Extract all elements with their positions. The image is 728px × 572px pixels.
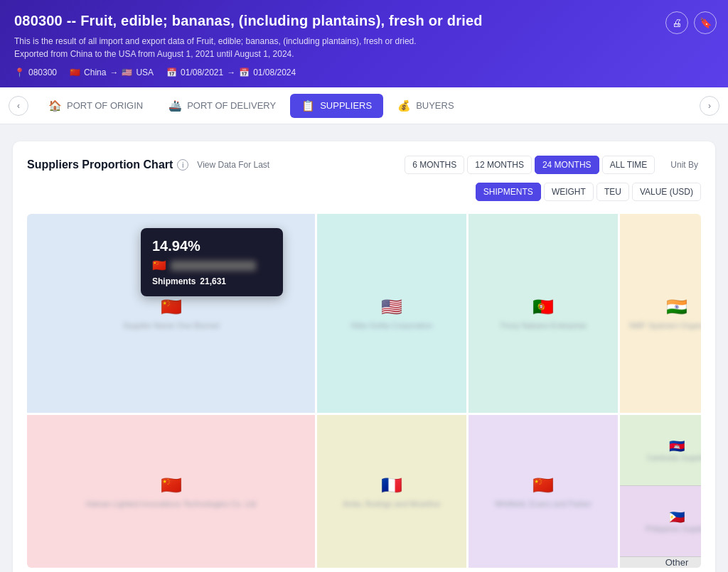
cell-6-name: Anita, Rodrigo and Mcarthur: [343, 500, 441, 508]
header-actions: 🖨 🔖: [665, 11, 717, 34]
meta-code: 📍 080300: [14, 68, 57, 77]
print-button[interactable]: 🖨: [665, 11, 688, 34]
treemap-cell-8-top[interactable]: 🇰🇭 Cambodia Supplier: [620, 415, 701, 486]
treemap-cell-9[interactable]: 🇵🇭 Philippines Supplier: [620, 486, 701, 557]
tooltip-flag: 🇨🇳: [152, 259, 166, 272]
filter-alltime-button[interactable]: ALL TIME: [602, 156, 655, 174]
meta-route: 🇨🇳 China → 🇺🇸 USA: [70, 68, 154, 77]
location-icon: 📍: [14, 68, 25, 77]
cell-5-flag: 🇨🇳: [161, 475, 182, 495]
other-label: Other: [665, 557, 689, 568]
treemap-cell-3[interactable]: 🇵🇹 Trony Nakano Enterprise: [469, 214, 618, 413]
cell-8-flag: 🇰🇭: [669, 438, 685, 454]
treemap-cell-6[interactable]: 🇫🇷 Anita, Rodrigo and Mcarthur: [317, 415, 466, 568]
tooltip-name: [171, 261, 256, 271]
chart-section: Suppliers Proportion Chart i View Data F…: [13, 141, 715, 572]
filter-12months-button[interactable]: 12 MONTHS: [467, 156, 532, 174]
unit-shipments-button[interactable]: SHIPMENTS: [476, 183, 541, 201]
header-description: This is the result of all import and exp…: [14, 35, 714, 60]
tab-buyers[interactable]: 💰 BUYERS: [386, 94, 465, 118]
unit-label: Unit By: [670, 160, 698, 170]
tooltip-popup: 14.94% 🇨🇳 Shipments 21,631: [141, 228, 283, 296]
date-arrow: →: [227, 68, 235, 77]
cell-2-name: Nitta Gelita Corporation: [351, 321, 433, 330]
cell-1-flag: 🇨🇳: [161, 297, 182, 317]
cell-4-flag: 🇮🇳: [666, 297, 687, 317]
treemap: 14.94% 🇨🇳 Shipments 21,631 🇨🇳 Supplier N…: [27, 214, 701, 568]
treemap-cell-1[interactable]: 14.94% 🇨🇳 Shipments 21,631 🇨🇳 Supplier N…: [27, 214, 315, 413]
tooltip-name-row: 🇨🇳: [152, 259, 272, 272]
filter-6months-button[interactable]: 6 MONTHS: [405, 156, 464, 174]
treemap-cell-other[interactable]: Other: [620, 557, 701, 568]
treemap-cell-2[interactable]: 🇺🇸 Nitta Gelita Corporation: [317, 214, 466, 413]
cell-1-name: Supplier Name One Blurred: [123, 321, 219, 330]
nav-prev-button[interactable]: ‹: [9, 96, 28, 116]
unit-value-button[interactable]: VALUE (USD): [632, 183, 701, 201]
cell-9-name: Philippines Supplier: [646, 525, 701, 533]
tab-port-of-origin[interactable]: 🏠 PORT OF ORIGIN: [37, 94, 154, 118]
tooltip-shipments: Shipments 21,631: [152, 276, 272, 286]
header-banner: 🖨 🔖 080300 -- Fruit, edible; bananas, (i…: [0, 0, 728, 87]
cell-4-name: NMF Spalvieri Organization: [629, 321, 701, 330]
chart-title: Suppliers Proportion Chart i: [27, 158, 188, 171]
calendar-icon-2: 📅: [239, 68, 250, 77]
filter-24months-button[interactable]: 24 MONTHS: [535, 156, 599, 174]
header-meta: 📍 080300 🇨🇳 China → 🇺🇸 USA 📅 01/08/2021 …: [14, 68, 714, 77]
nav-next-button[interactable]: ›: [700, 96, 719, 116]
nav-bar: ‹ 🏠 PORT OF ORIGIN 🚢 PORT OF DELIVERY 📋 …: [0, 87, 728, 124]
bookmark-button[interactable]: 🔖: [694, 11, 717, 34]
unit-weight-button[interactable]: WEIGHT: [544, 183, 594, 201]
unit-filter-group: SHIPMENTS WEIGHT TEU VALUE (USD): [476, 183, 701, 201]
tooltip-percent: 14.94%: [152, 238, 272, 254]
cell-7-name: Whitfield, Evans and Parker: [495, 500, 592, 508]
home-icon: 🏠: [48, 99, 62, 112]
cell-7-flag: 🇨🇳: [532, 475, 554, 495]
treemap-cell-4[interactable]: 🇮🇳 NMF Spalvieri Organization: [620, 214, 701, 413]
treemap-cell-8: 🇰🇭 Cambodia Supplier 🇵🇭 Philippines Supp…: [620, 415, 701, 568]
view-data-label: View Data For Last: [197, 160, 269, 170]
cell-9-flag: 🇵🇭: [669, 509, 685, 525]
info-icon[interactable]: i: [177, 159, 188, 171]
time-filter-group: 6 MONTHS 12 MONTHS 24 MONTHS ALL TIME: [405, 156, 655, 174]
tab-port-of-delivery[interactable]: 🚢 PORT OF DELIVERY: [157, 94, 287, 118]
treemap-cell-5[interactable]: 🇨🇳 Hainan Lighted Innovations Technologi…: [27, 415, 315, 568]
unit-teu-button[interactable]: TEU: [596, 183, 629, 201]
cell-5-name: Hainan Lighted Innovations Technologies …: [86, 500, 256, 508]
delivery-icon: 🚢: [168, 99, 182, 112]
buyers-icon: 💰: [397, 99, 411, 112]
tab-suppliers[interactable]: 📋 SUPPLIERS: [290, 94, 383, 118]
nav-tabs: 🏠 PORT OF ORIGIN 🚢 PORT OF DELIVERY 📋 SU…: [31, 94, 697, 118]
cell-6-flag: 🇫🇷: [381, 475, 402, 495]
cell-3-flag: 🇵🇹: [532, 297, 554, 317]
main-content: Suppliers Proportion Chart i View Data F…: [0, 124, 728, 572]
page-title: 080300 -- Fruit, edible; bananas, (inclu…: [14, 13, 714, 29]
cell-3-name: Trony Nakano Enterprise: [500, 321, 587, 330]
cell-2-flag: 🇺🇸: [381, 297, 402, 317]
calendar-icon: 📅: [166, 68, 177, 77]
suppliers-icon: 📋: [301, 99, 315, 112]
treemap-cell-7[interactable]: 🇨🇳 Whitfield, Evans and Parker: [469, 415, 618, 568]
chart-header: Suppliers Proportion Chart i View Data F…: [27, 156, 701, 201]
cell-8-name: Cambodia Supplier: [646, 454, 701, 462]
meta-dates: 📅 01/08/2021 → 📅 01/08/2024: [166, 68, 296, 77]
